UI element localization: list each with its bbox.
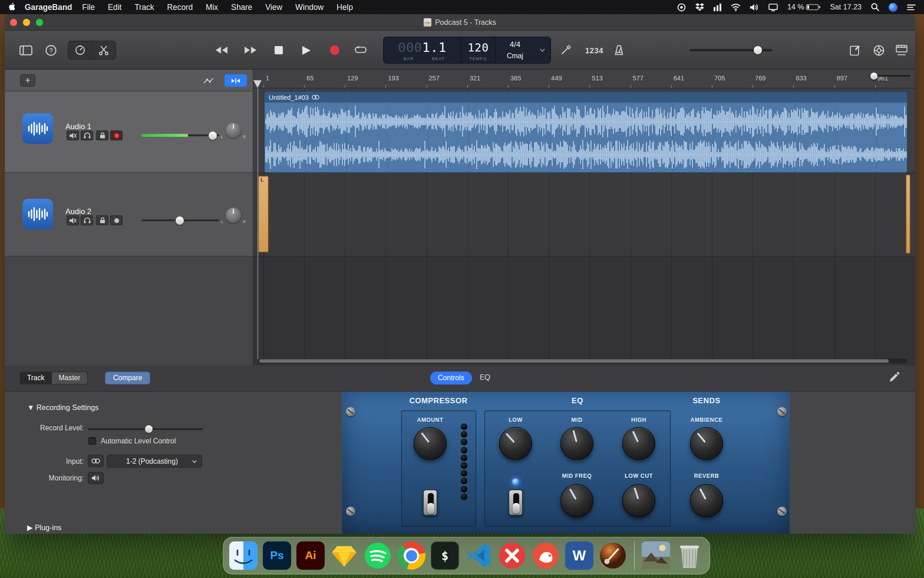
- loop-browser-button[interactable]: [870, 31, 887, 70]
- amount-knob[interactable]: [414, 427, 447, 460]
- auto-level-check[interactable]: [88, 437, 96, 445]
- menu-clock[interactable]: Sat 17.23: [830, 3, 862, 11]
- track-header-audio-1[interactable]: Audio 1: [5, 91, 253, 172]
- mid-knob[interactable]: [560, 427, 593, 460]
- note-pad-button[interactable]: [846, 31, 864, 70]
- catch-playhead-button[interactable]: [225, 75, 247, 87]
- dock-illustrator[interactable]: Ai: [296, 541, 325, 570]
- dock-photos[interactable]: [642, 541, 670, 570]
- menu-item-view[interactable]: View: [265, 3, 282, 12]
- bars-status-icon[interactable]: [714, 3, 721, 11]
- volume-icon[interactable]: [750, 3, 759, 11]
- dock-finder[interactable]: [229, 541, 258, 570]
- control-center-icon[interactable]: [907, 4, 916, 10]
- track-2-record-enable-button[interactable]: [110, 215, 122, 225]
- dock-pet[interactable]: [531, 541, 560, 570]
- track-2-mute-button[interactable]: [67, 215, 79, 225]
- reverb-knob[interactable]: [690, 484, 723, 517]
- ambience-knob[interactable]: [690, 427, 723, 460]
- track-2-lock-button[interactable]: [96, 215, 108, 225]
- metronome-icon[interactable]: [610, 31, 628, 70]
- menu-item-help[interactable]: Help: [337, 3, 353, 12]
- tab-master[interactable]: Master: [51, 372, 87, 384]
- dropbox-icon[interactable]: [695, 3, 704, 11]
- input-format-button[interactable]: [88, 455, 104, 467]
- library-button[interactable]: [17, 31, 36, 70]
- record-level-slider[interactable]: [88, 428, 203, 430]
- dock-sketch[interactable]: [330, 541, 358, 570]
- compressor-toggle[interactable]: [423, 489, 437, 515]
- record-region-left[interactable]: L: [258, 176, 269, 252]
- compare-button[interactable]: Compare: [105, 372, 150, 385]
- track-1-pan-knob[interactable]: LR: [226, 123, 241, 138]
- menu-item-track[interactable]: Track: [134, 3, 154, 12]
- add-track-button[interactable]: +: [20, 75, 35, 87]
- cycle-button[interactable]: [351, 31, 370, 70]
- master-volume-thumb[interactable]: [754, 46, 762, 54]
- input-dropdown[interactable]: 1-2 (Podcasting): [106, 455, 202, 468]
- low-knob[interactable]: [499, 427, 532, 460]
- dock-garageband[interactable]: [599, 541, 627, 570]
- lcd-display[interactable]: 0001.1 BAR BEAT 120 TEMPO 4/4 Cmaj: [383, 37, 551, 64]
- record-region-right[interactable]: [906, 175, 910, 254]
- tab-eq[interactable]: EQ: [480, 373, 490, 382]
- scissors-button[interactable]: [92, 41, 116, 59]
- media-browser-button[interactable]: [892, 31, 911, 70]
- quick-help-button[interactable]: ?: [41, 31, 60, 70]
- tab-track[interactable]: Track: [20, 372, 51, 384]
- record-button[interactable]: [325, 31, 344, 70]
- status-circle-icon[interactable]: [677, 3, 686, 12]
- track-1-solo-button[interactable]: [81, 131, 93, 140]
- track-2-pan-knob[interactable]: LR: [226, 208, 241, 223]
- automation-button[interactable]: [199, 75, 218, 87]
- menu-item-edit[interactable]: Edit: [108, 3, 121, 12]
- low-cut-knob[interactable]: [622, 484, 655, 517]
- battery-indicator[interactable]: 14 %: [787, 3, 821, 11]
- menu-item-mix[interactable]: Mix: [206, 3, 218, 12]
- dock-vscode[interactable]: [464, 541, 493, 570]
- dock-chrome[interactable]: [397, 541, 425, 570]
- tuner-dial-button[interactable]: [69, 41, 92, 59]
- menu-app-name[interactable]: GarageBand: [25, 3, 72, 12]
- lane-audio-2[interactable]: [254, 173, 915, 256]
- time-ruler[interactable]: 1651291932573213854495135776417057698338…: [254, 70, 915, 89]
- track-2-volume-slider[interactable]: [141, 219, 219, 221]
- track-2-volume-thumb[interactable]: [176, 216, 184, 224]
- record-level-thumb[interactable]: [145, 425, 152, 433]
- playhead-marker[interactable]: [254, 80, 262, 88]
- master-volume-slider[interactable]: [689, 49, 772, 51]
- display-status-icon[interactable]: [768, 3, 778, 11]
- menu-item-window[interactable]: Window: [296, 3, 324, 12]
- horizontal-scrollbar[interactable]: [258, 359, 907, 363]
- monitoring-button[interactable]: [88, 472, 104, 484]
- high-knob[interactable]: [622, 427, 655, 460]
- horizontal-scrollbar-thumb[interactable]: [259, 359, 889, 363]
- spotlight-icon[interactable]: [871, 3, 879, 11]
- wifi-icon[interactable]: [731, 3, 741, 11]
- play-button[interactable]: [298, 31, 315, 70]
- count-in-button[interactable]: 1234: [581, 43, 608, 57]
- track-1-mute-button[interactable]: [67, 131, 79, 140]
- plugins-disclosure[interactable]: ▶ Plug-ins: [27, 523, 61, 532]
- mid-freq-knob[interactable]: [560, 484, 593, 517]
- fast-forward-button[interactable]: [241, 31, 260, 70]
- lcd-dropdown-chevron[interactable]: [535, 37, 550, 63]
- audio-region-untitled-1[interactable]: Untitled_1#03: [264, 91, 907, 172]
- track-header-audio-2[interactable]: Audio 2: [5, 173, 253, 256]
- apple-menu-icon[interactable]: [8, 1, 16, 13]
- track-1-volume-thumb[interactable]: [209, 131, 217, 140]
- track-2-solo-button[interactable]: [81, 215, 93, 225]
- dock-terminal[interactable]: $: [431, 541, 459, 570]
- dock-trash[interactable]: [675, 541, 704, 570]
- edit-pencil-icon[interactable]: [889, 372, 900, 385]
- eq-toggle[interactable]: [508, 489, 522, 515]
- track-1-name[interactable]: Audio 1: [65, 122, 92, 131]
- dock-word[interactable]: W: [565, 541, 594, 570]
- track-1-record-enable-button[interactable]: [110, 131, 122, 140]
- track-1-volume-slider[interactable]: [141, 135, 219, 136]
- title-bar[interactable]: Podcast 5 - Tracks: [5, 14, 915, 31]
- rewind-button[interactable]: [212, 31, 231, 70]
- dock-spotify[interactable]: [364, 541, 392, 570]
- ruler-zoom-thumb[interactable]: [870, 72, 878, 79]
- dock-closer[interactable]: [498, 541, 527, 570]
